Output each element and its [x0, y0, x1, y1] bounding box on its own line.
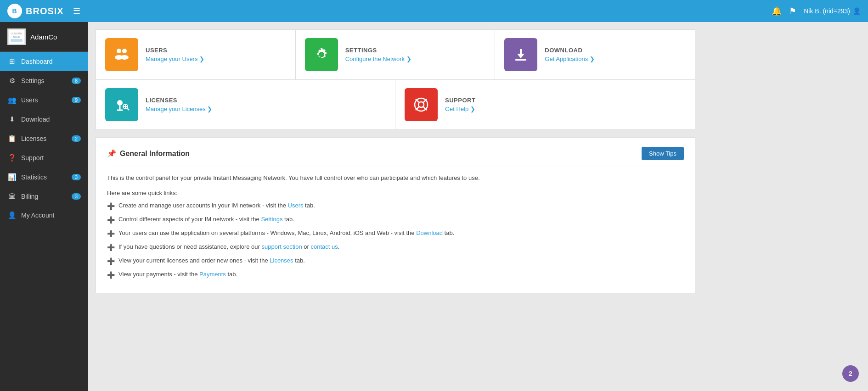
sidebar-item-support[interactable]: ❓ Support — [0, 148, 88, 168]
sidebar-label-users: Users — [21, 96, 38, 104]
plus-icon-1: ➕ — [107, 201, 115, 211]
svg-text:NAME: NAME — [13, 36, 20, 39]
support-tile[interactable]: SUPPORT Get Help ❯ — [395, 80, 695, 129]
download-tile-info: DOWNLOAD Get Applications ❯ — [545, 47, 595, 62]
topnav-right: 🔔 ⚑ Nik B. (nid=293) 👤 — [772, 6, 861, 16]
svg-point-5 — [117, 49, 121, 53]
users-badge: 9 — [72, 97, 81, 103]
info-link-1: ➕ Create and manage user accounts in you… — [107, 201, 684, 211]
quick-links-title: Here are some quick links: — [107, 190, 684, 196]
plus-icon-6: ➕ — [107, 270, 115, 280]
company-section: COMPANY NAME AdamCo — [0, 22, 88, 52]
general-info-panel: 📌 General Information Show Tips This is … — [96, 137, 695, 293]
sidebar-item-licenses[interactable]: 📋 Licenses 2 — [0, 129, 88, 148]
svg-point-21 — [418, 102, 424, 107]
settings-tile[interactable]: SETTINGS Configure the Network ❯ — [296, 30, 496, 79]
logo-icon: B — [7, 4, 22, 18]
licenses-tile[interactable]: LICENSES Manage your Licenses ❯ — [96, 80, 395, 129]
show-tips-button[interactable]: Show Tips — [642, 147, 684, 160]
myaccount-icon: 👤 — [7, 211, 17, 219]
settings-icon: ⚙ — [7, 77, 17, 85]
sidebar-item-billing[interactable]: 🏛 Billing 3 — [0, 187, 88, 206]
svg-text:COMPANY: COMPANY — [11, 32, 23, 35]
info-link-2: ➕ Control different aspects of your IM n… — [107, 215, 684, 225]
svg-point-7 — [122, 49, 127, 53]
svg-rect-4 — [11, 39, 23, 42]
statistics-badge: 3 — [72, 174, 81, 180]
app-name: BROSIX — [26, 6, 64, 17]
download-sidebar-icon: ⬇ — [7, 115, 17, 123]
bell-icon[interactable]: 🔔 — [772, 6, 782, 16]
sidebar-label-licenses: Licenses — [21, 135, 46, 142]
settings-badge: 8 — [72, 78, 81, 84]
floating-badge-count: 2 — [849, 370, 852, 377]
support-tile-link[interactable]: Get Help ❯ — [445, 106, 475, 112]
billing-icon: 🏛 — [7, 192, 17, 200]
users-tile-link[interactable]: Manage your Users ❯ — [146, 56, 204, 62]
download-tile[interactable]: DOWNLOAD Get Applications ❯ — [495, 30, 695, 79]
svg-point-13 — [117, 100, 123, 106]
plus-icon-3: ➕ — [107, 229, 115, 239]
tiles-bottom-row: LICENSES Manage your Licenses ❯ — [96, 80, 695, 129]
download-link[interactable]: Download — [416, 229, 443, 236]
dashboard-icon: ⊞ — [7, 57, 17, 66]
users-tile-info: USERS Manage your Users ❯ — [146, 47, 204, 62]
flag-icon[interactable]: ⚑ — [789, 6, 796, 16]
svg-point-8 — [120, 55, 129, 60]
info-link-3: ➕ Your users can use the application on … — [107, 229, 684, 239]
svg-line-17 — [127, 108, 129, 110]
sidebar-item-dashboard[interactable]: ⊞ Dashboard — [0, 52, 88, 71]
dashboard-tiles: USERS Manage your Users ❯ SETTINGS Confi… — [96, 29, 695, 130]
sidebar-label-statistics: Statistics — [21, 173, 47, 181]
svg-marker-12 — [517, 54, 524, 58]
download-tile-title: DOWNLOAD — [545, 47, 595, 54]
floating-notification-badge[interactable]: 2 — [842, 365, 859, 382]
licenses-tile-icon — [105, 88, 138, 121]
users-link[interactable]: Users — [288, 202, 304, 209]
users-icon: 👥 — [7, 96, 17, 104]
users-tile-icon — [105, 38, 138, 71]
plus-icon-2: ➕ — [107, 215, 115, 225]
download-tile-icon — [504, 38, 537, 71]
sidebar-label-billing: Billing — [21, 193, 38, 200]
sidebar-label-download: Download — [21, 116, 50, 123]
sidebar-item-users[interactable]: 👥 Users 9 — [0, 90, 88, 110]
hamburger-button[interactable]: ☰ — [73, 6, 80, 16]
support-tile-icon — [405, 88, 438, 121]
sidebar-item-download[interactable]: ⬇ Download — [0, 110, 88, 129]
user-name: Nik B. (nid=293) — [804, 7, 850, 15]
info-link-4: ➕ If you have questions or need assistan… — [107, 242, 684, 252]
sidebar-label-dashboard: Dashboard — [21, 58, 53, 65]
sidebar-item-myaccount[interactable]: 👤 My Account — [0, 206, 88, 225]
sidebar-label-settings: Settings — [21, 77, 45, 84]
app-logo: B BROSIX — [7, 4, 64, 18]
support-section-link[interactable]: support section — [261, 243, 302, 250]
sidebar-item-statistics[interactable]: 📊 Statistics 3 — [0, 168, 88, 187]
download-tile-link[interactable]: Get Applications ❯ — [545, 56, 595, 62]
info-link-5: ➕ View your current licenses and order n… — [107, 256, 684, 266]
licenses-tile-link[interactable]: Manage your Licenses ❯ — [146, 106, 212, 112]
info-link-6: ➕ View your payments - visit the Payment… — [107, 270, 684, 280]
user-avatar-icon: 👤 — [853, 7, 861, 15]
settings-tile-link[interactable]: Configure the Network ❯ — [345, 56, 411, 62]
payments-link[interactable]: Payments — [199, 271, 226, 278]
user-menu[interactable]: Nik B. (nid=293) 👤 — [804, 7, 861, 15]
licenses-icon: 📋 — [7, 134, 17, 143]
tiles-top-row: USERS Manage your Users ❯ SETTINGS Confi… — [96, 30, 695, 80]
licenses-link[interactable]: Licenses — [270, 257, 293, 264]
support-icon: ❓ — [7, 154, 17, 162]
plus-icon-4: ➕ — [107, 243, 115, 252]
info-pin-icon: 📌 — [107, 149, 116, 158]
info-panel-header: 📌 General Information Show Tips — [107, 147, 684, 166]
users-tile[interactable]: USERS Manage your Users ❯ — [96, 30, 296, 79]
sidebar-label-support: Support — [21, 154, 44, 162]
contact-us-link[interactable]: contact us — [310, 243, 338, 250]
settings-tile-info: SETTINGS Configure the Network ❯ — [345, 47, 411, 62]
support-tile-info: SUPPORT Get Help ❯ — [445, 97, 475, 112]
sidebar-item-settings[interactable]: ⚙ Settings 8 — [0, 71, 88, 90]
top-navigation: B BROSIX ☰ 🔔 ⚑ Nik B. (nid=293) 👤 — [0, 0, 868, 22]
settings-link[interactable]: Settings — [261, 216, 282, 223]
info-panel-title: General Information — [120, 150, 190, 158]
company-logo: COMPANY NAME — [7, 28, 26, 45]
info-intro-text: This is the control panel for your priva… — [107, 173, 684, 183]
